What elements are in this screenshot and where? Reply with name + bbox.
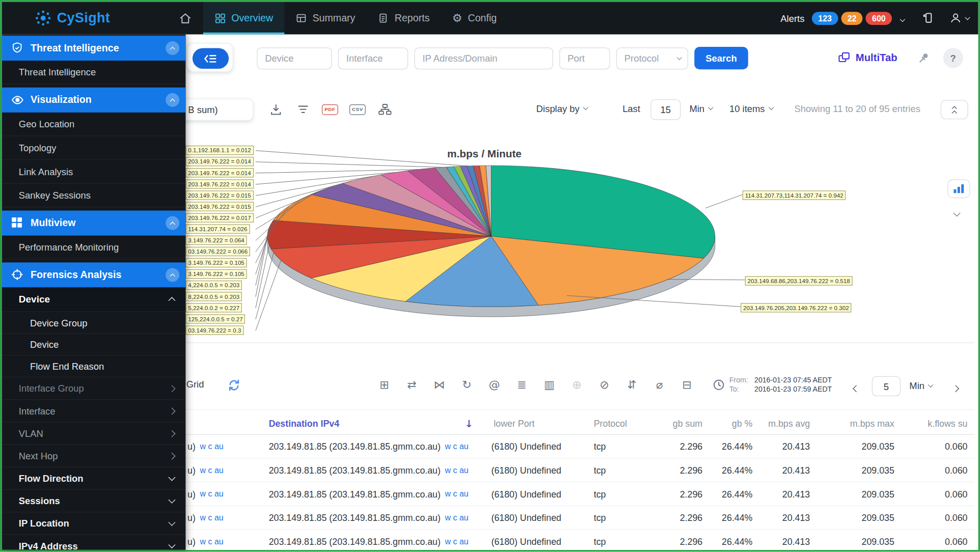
section-collapse-toggle[interactable]: [166, 268, 179, 282]
column-header-m-bps-max[interactable]: m.bps max: [812, 413, 897, 434]
brand[interactable]: CySight: [34, 9, 110, 26]
alerts-chevron[interactable]: [901, 13, 904, 24]
multitab-button[interactable]: MultiTab: [837, 51, 897, 65]
block-icon[interactable]: ⊘: [595, 375, 614, 394]
reorder-icon[interactable]: ⇵: [622, 375, 641, 394]
column-header-lower-port[interactable]: lower Port: [489, 413, 589, 434]
table-filter-icon[interactable]: ⊟: [677, 375, 696, 394]
sidebar-item-threat-intelligence[interactable]: Threat Intelligence: [2, 61, 186, 85]
cell-link[interactable]: w c au: [200, 465, 224, 475]
cell-link[interactable]: w c au: [445, 442, 469, 451]
search-button[interactable]: Search: [694, 47, 748, 69]
section-collapse-toggle[interactable]: [166, 93, 179, 107]
column-header-gb[interactable]: gb %: [705, 413, 755, 434]
port-filter-input[interactable]: [559, 47, 610, 69]
sidebar-item-next-hop[interactable]: Next Hop: [2, 445, 186, 467]
page-prev-button[interactable]: [854, 382, 859, 394]
mirror-icon[interactable]: ⋈: [430, 375, 449, 394]
sidebar-section-threat-intelligence[interactable]: Threat Intelligence: [2, 36, 186, 61]
items-count-select[interactable]: 10 items: [729, 103, 773, 114]
alert-count-badge[interactable]: 123: [812, 12, 838, 25]
mention-icon[interactable]: @: [485, 375, 504, 394]
column-header-k-flows-su[interactable]: k.flows su: [897, 413, 970, 434]
chevron-right-icon: [168, 430, 175, 437]
page-size-input[interactable]: [872, 376, 901, 396]
sidebar-item-device[interactable]: Device: [2, 287, 186, 312]
column-header-m-bps-avg[interactable]: m.bps avg: [755, 413, 812, 434]
sidebar-item-topology[interactable]: Topology: [2, 136, 186, 160]
help-button[interactable]: ?: [943, 48, 963, 68]
sidebar-item-ipv4-address[interactable]: IPv4 Address: [2, 535, 186, 549]
filter-rows-button[interactable]: [295, 101, 311, 118]
sidebar-item-device-group[interactable]: Device Group: [2, 312, 186, 334]
sidebar-item-geo-location[interactable]: Geo Location: [2, 113, 186, 136]
sidebar-item-flow-end-reason[interactable]: Flow End Reason: [2, 355, 186, 377]
column-header-protocol[interactable]: Protocol: [589, 413, 634, 434]
pie-callout: 203.149.76.222 = 0.015: [185, 190, 253, 200]
layout-grid-icon[interactable]: ⊞: [375, 375, 394, 394]
tab-reports[interactable]: Reports: [366, 2, 441, 35]
section-collapse-toggle[interactable]: [166, 216, 179, 230]
sort-desc-icon[interactable]: ↓: [465, 418, 473, 429]
last-value-input[interactable]: [650, 99, 680, 120]
cell-link[interactable]: w c au: [445, 513, 469, 522]
swap-columns-icon[interactable]: ⇄: [402, 375, 421, 394]
callout-line: [256, 260, 281, 330]
refresh-button[interactable]: [226, 377, 242, 393]
display-by-select[interactable]: Display by: [536, 103, 588, 114]
column-view-icon[interactable]: ▥: [540, 375, 559, 394]
tab-overview[interactable]: Overview: [203, 2, 284, 35]
device-rotate-button[interactable]: [922, 12, 935, 24]
user-menu-button[interactable]: [949, 12, 969, 24]
sidebar-item-interface-group[interactable]: Interface Group: [2, 377, 186, 400]
sidebar-item-interface[interactable]: Interface: [2, 400, 186, 422]
hierarchy-view-button[interactable]: [377, 101, 393, 118]
column-header-destination-ipv4[interactable]: Destination IPv4↓: [264, 413, 489, 434]
cell-lower-port: (6180) Undefined: [489, 506, 589, 529]
tab-config[interactable]: ⚙ Config: [441, 2, 508, 35]
sidebar-section-visualization[interactable]: Visualization: [2, 88, 186, 113]
grid-unit-select[interactable]: Min: [909, 380, 933, 391]
sidebar-item-flow-direction[interactable]: Flow Direction: [2, 467, 186, 490]
sidebar-section-multiview[interactable]: Multiview: [2, 211, 186, 236]
pin-button[interactable]: [917, 52, 930, 67]
hide-columns-icon[interactable]: ⌀: [650, 375, 669, 394]
protocol-select[interactable]: Protocol: [616, 47, 688, 69]
chevron-down-icon: [928, 382, 933, 388]
alert-count-badge[interactable]: 600: [866, 12, 892, 25]
cell-link[interactable]: w c au: [445, 489, 469, 499]
collapse-panel-button[interactable]: [941, 100, 968, 119]
export-pdf-button[interactable]: PDF: [322, 101, 338, 118]
time-unit-select[interactable]: Min: [689, 103, 713, 114]
cell-link[interactable]: w c au: [445, 537, 469, 546]
column-header-gb-sum[interactable]: gb sum: [634, 413, 705, 434]
cell-link[interactable]: w c au: [200, 442, 224, 451]
sidebar-collapse-button[interactable]: [193, 48, 229, 68]
alert-count-badge[interactable]: 22: [841, 12, 862, 25]
sidebar-item-vlan[interactable]: VLAN: [2, 422, 186, 445]
cell-link[interactable]: w c au: [200, 537, 224, 546]
cell-destination: 203.149.81.85 (203.149.81.85.gmm.co.au)w…: [264, 482, 489, 505]
sidebar-item-link-analysis[interactable]: Link Analysis: [2, 160, 186, 184]
history-button[interactable]: [711, 377, 727, 393]
section-collapse-toggle[interactable]: [166, 41, 179, 55]
ip-domain-filter-input[interactable]: [415, 47, 553, 69]
sidebar-item-sankey-sessions[interactable]: Sankey Sessions: [2, 184, 186, 208]
export-csv-button[interactable]: CSV: [349, 101, 366, 118]
sidebar-item-ip-location[interactable]: IP Location: [2, 512, 186, 535]
pivot-icon[interactable]: ↻: [457, 375, 476, 394]
sidebar-item-sessions[interactable]: Sessions: [2, 490, 186, 512]
download-button[interactable]: [267, 101, 284, 118]
cell-link[interactable]: w c au: [200, 513, 224, 522]
sidebar-section-forensics-analysis[interactable]: Forensics Analysis: [2, 262, 186, 287]
page-next-button[interactable]: [953, 382, 958, 394]
home-button[interactable]: [179, 12, 192, 25]
row-density-icon[interactable]: ≣: [512, 375, 531, 394]
sidebar-item-device[interactable]: Device: [2, 334, 186, 355]
sidebar-item-performance-monitoring[interactable]: Performance Monitoring: [2, 236, 186, 260]
cell-link[interactable]: w c au: [445, 465, 469, 475]
tab-summary[interactable]: Summary: [284, 2, 366, 35]
cell-link[interactable]: w c au: [200, 489, 224, 499]
interface-filter-input[interactable]: [338, 47, 408, 69]
device-filter-input[interactable]: [257, 47, 332, 69]
